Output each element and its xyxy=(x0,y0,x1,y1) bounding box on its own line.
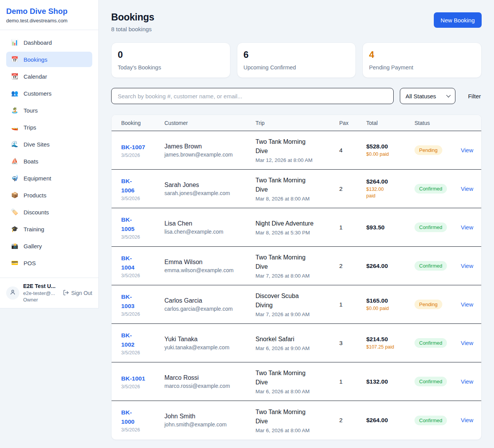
actions-cell: View xyxy=(461,301,481,308)
sidebar-item-calendar[interactable]: 📆 Calendar xyxy=(6,69,92,84)
booking-id-link[interactable]: BK- 1004 xyxy=(121,255,134,271)
trip-datetime: Mar 6, 2026 at 8:00 AM xyxy=(255,389,339,394)
total-cell: $132.00 xyxy=(366,378,414,385)
total-cell: $264.00 xyxy=(366,417,414,424)
sailboat-icon: ⛵ xyxy=(11,158,19,165)
sidebar-item-tours[interactable]: 🏝️ Tours xyxy=(6,103,92,118)
bar-chart-icon: 📊 xyxy=(11,39,19,46)
view-link[interactable]: View xyxy=(461,224,473,231)
stat-card-todays-bookings: 0 Today's Bookings xyxy=(111,42,230,78)
trip-cell: Two Tank Morning Dive Mar 7, 2026 at 8:0… xyxy=(255,253,339,279)
booking-id-link[interactable]: BK-1007 xyxy=(121,144,145,150)
paid-amount: $0.00 paid xyxy=(366,151,414,158)
view-link[interactable]: View xyxy=(461,263,473,269)
view-link[interactable]: View xyxy=(461,185,473,192)
customer-cell: Carlos Garcia carlos.garcia@example.com xyxy=(164,297,255,312)
customer-name: Carlos Garcia xyxy=(164,297,255,304)
sidebar: Demo Dive Shop demo.test.divestreams.com… xyxy=(0,0,99,308)
status-badge: Pending xyxy=(414,145,442,155)
trip-datetime: Mar 7, 2026 at 9:00 AM xyxy=(255,312,339,317)
status-filter-wrap: All Statuses xyxy=(400,88,455,104)
brand-title: Demo Dive Shop xyxy=(6,7,92,16)
sidebar-item-customers[interactable]: 👥 Customers xyxy=(6,86,92,101)
pax-cell: 2 xyxy=(339,263,366,269)
pax-cell: 1 xyxy=(339,224,366,231)
sidebar-item-pos[interactable]: 💳 POS xyxy=(6,255,92,271)
table-row: BK- 1004 3/5/2026 Emma Wilson emma.wilso… xyxy=(112,247,481,285)
sidebar-item-products[interactable]: 📦 Products xyxy=(6,187,92,203)
actions-cell: View xyxy=(461,417,481,424)
view-link[interactable]: View xyxy=(461,378,473,385)
package-icon: 📦 xyxy=(11,192,19,199)
stat-value: 4 xyxy=(369,49,475,60)
view-link[interactable]: View xyxy=(461,340,473,346)
sidebar-item-gallery[interactable]: 📸 Gallery xyxy=(6,238,92,254)
booking-cell: BK- 1004 3/5/2026 xyxy=(121,254,164,278)
user-info: E2E Test U... e2e-tester@... Owner xyxy=(23,283,56,303)
actions-cell: View xyxy=(461,185,481,192)
booking-cell: BK- 1000 3/5/2026 xyxy=(121,408,164,433)
stat-label: Upcoming Confirmed xyxy=(244,64,350,71)
trip-cell: Discover Scuba Diving Mar 7, 2026 at 9:0… xyxy=(255,291,339,317)
status-cell: Confirmed xyxy=(414,377,461,386)
sidebar-item-equipment[interactable]: 🤿 Equipment xyxy=(6,170,92,186)
col-header-customer: Customer xyxy=(164,120,255,126)
booking-cell: BK- 1006 3/5/2026 xyxy=(121,177,164,201)
sidebar-item-label: Tours xyxy=(24,107,38,114)
stat-card-upcoming-confirmed: 6 Upcoming Confirmed xyxy=(237,42,356,78)
filter-button[interactable]: Filter xyxy=(467,91,482,101)
sidebar-item-discounts[interactable]: 🏷️ Discounts xyxy=(6,204,92,220)
booking-id-link[interactable]: BK-1001 xyxy=(121,375,145,382)
stat-value: 0 xyxy=(118,49,224,60)
view-link[interactable]: View xyxy=(461,147,473,153)
view-link[interactable]: View xyxy=(461,417,473,423)
person-icon xyxy=(9,289,16,297)
status-badge: Confirmed xyxy=(414,184,447,194)
sign-out-button[interactable]: Sign Out xyxy=(63,290,92,297)
page-header: Bookings 8 total bookings New Booking xyxy=(111,12,482,32)
sidebar-item-bookings[interactable]: 📅 Bookings xyxy=(6,52,92,67)
booking-id-link[interactable]: BK- 1006 xyxy=(121,178,134,194)
col-header-booking: Booking xyxy=(121,120,164,126)
booking-cell: BK-1001 3/5/2026 xyxy=(121,374,164,389)
trip-name: Two Tank Morning Dive xyxy=(255,369,339,387)
total-amount: $165.00 xyxy=(366,297,414,304)
col-header-total: Total xyxy=(366,120,414,126)
sidebar-item-label: Boats xyxy=(24,158,38,165)
table-row: BK- 1000 3/5/2026 John Smith john.smith@… xyxy=(112,401,481,440)
new-booking-button[interactable]: New Booking xyxy=(434,12,482,28)
sidebar-item-dive-sites[interactable]: 🌊 Dive Sites xyxy=(6,136,92,152)
avatar xyxy=(6,286,19,300)
status-filter-select[interactable]: All Statuses xyxy=(400,88,455,104)
customer-name: John Smith xyxy=(164,413,255,420)
sidebar-item-training[interactable]: 🎓 Training xyxy=(6,221,92,237)
customer-email: james.brown@example.com xyxy=(164,152,255,158)
sidebar-item-label: Calendar xyxy=(24,73,47,80)
trip-name: Two Tank Morning Dive xyxy=(255,137,339,156)
search-input[interactable] xyxy=(111,88,394,104)
booking-date: 3/5/2026 xyxy=(121,273,164,278)
trip-name: Two Tank Morning Dive xyxy=(255,176,339,194)
booking-id-link[interactable]: BK- 1003 xyxy=(121,293,134,309)
sidebar-item-label: Training xyxy=(24,226,44,232)
actions-cell: View xyxy=(461,263,481,269)
booking-id-link[interactable]: BK- 1005 xyxy=(121,216,134,232)
status-badge: Confirmed xyxy=(414,261,447,271)
total-cell: $264.00 $132.00 paid xyxy=(366,178,414,199)
status-badge: Confirmed xyxy=(414,416,447,425)
sidebar-item-dashboard[interactable]: 📊 Dashboard xyxy=(6,35,92,50)
sidebar-item-trips[interactable]: 🚤 Trips xyxy=(6,120,92,135)
booking-id-link[interactable]: BK- 1002 xyxy=(121,332,134,348)
view-link[interactable]: View xyxy=(461,301,473,308)
sidebar-item-label: Dive Sites xyxy=(24,141,50,148)
sidebar-item-label: Products xyxy=(24,192,46,199)
status-cell: Pending xyxy=(414,145,461,155)
sidebar-item-boats[interactable]: ⛵ Boats xyxy=(6,153,92,169)
user-role: Owner xyxy=(23,296,56,303)
customer-email: emma.wilson@example.com xyxy=(164,267,255,273)
booking-id-link[interactable]: BK- 1000 xyxy=(121,409,134,425)
customer-email: carlos.garcia@example.com xyxy=(164,306,255,312)
stat-label: Today's Bookings xyxy=(118,64,224,71)
booking-date: 3/5/2026 xyxy=(121,196,164,201)
stat-value: 6 xyxy=(244,49,350,60)
